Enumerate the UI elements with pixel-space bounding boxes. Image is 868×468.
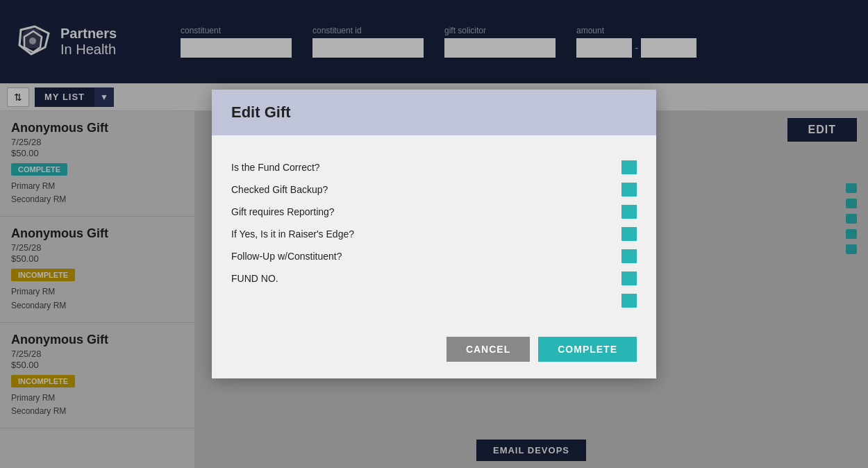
modal-title: Edit Gift (231, 103, 637, 122)
complete-button[interactable]: COMPLETE (538, 337, 637, 362)
edit-gift-modal: Edit Gift Is the Fund Correct? Checked G… (212, 90, 656, 378)
checklist-row-4: If Yes, Is it in Raiser's Edge? (231, 223, 637, 245)
checklist-checkbox-2[interactable] (621, 183, 637, 197)
checklist-label-3: Gift requires Reporting? (231, 206, 335, 217)
modal-overlay: Edit Gift Is the Fund Correct? Checked G… (0, 0, 868, 468)
checklist-label-6: FUND NO. (231, 273, 278, 284)
checklist-row-1: Is the Fund Correct? (231, 156, 637, 178)
checklist-row-3: Gift requires Reporting? (231, 201, 637, 223)
modal-footer: CANCEL COMPLETE (212, 326, 656, 378)
modal-body: Is the Fund Correct? Checked Gift Backup… (212, 149, 656, 326)
checklist-checkbox-5[interactable] (621, 249, 637, 263)
checklist-label-2: Checked Gift Backup? (231, 184, 328, 195)
checklist-row-5: Follow-Up w/Constituent? (231, 245, 637, 267)
checklist-checkbox-6[interactable] (621, 271, 637, 285)
checklist-row-7 (231, 290, 637, 312)
checklist-checkbox-3[interactable] (621, 205, 637, 219)
checklist-row-6: FUND NO. (231, 267, 637, 290)
checklist-row-2: Checked Gift Backup? (231, 178, 637, 201)
checklist-label-5: Follow-Up w/Constituent? (231, 251, 342, 262)
checklist-checkbox-7[interactable] (621, 294, 637, 308)
checklist-checkbox-4[interactable] (621, 227, 637, 241)
modal-header: Edit Gift (212, 90, 656, 135)
checklist-label-4: If Yes, Is it in Raiser's Edge? (231, 228, 354, 240)
cancel-button[interactable]: CANCEL (446, 337, 530, 362)
checklist-label-1: Is the Fund Correct? (231, 162, 320, 173)
checklist-checkbox-1[interactable] (621, 160, 637, 174)
